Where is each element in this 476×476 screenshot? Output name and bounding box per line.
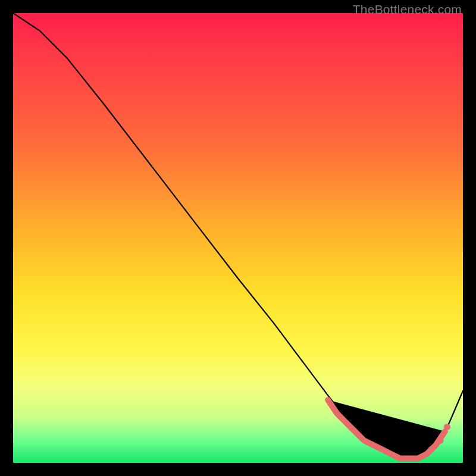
highlight-run	[328, 400, 445, 458]
curve-layer	[13, 13, 463, 463]
plot-area	[13, 13, 463, 463]
bottleneck-curve	[13, 13, 463, 458]
chart-frame: TheBottleneck.com	[0, 0, 476, 476]
highlight-dot	[444, 424, 450, 430]
watermark-text: TheBottleneck.com	[353, 2, 462, 17]
highlight-markers	[328, 400, 450, 458]
highlight-dot	[428, 446, 435, 453]
highlight-dot	[437, 437, 444, 444]
